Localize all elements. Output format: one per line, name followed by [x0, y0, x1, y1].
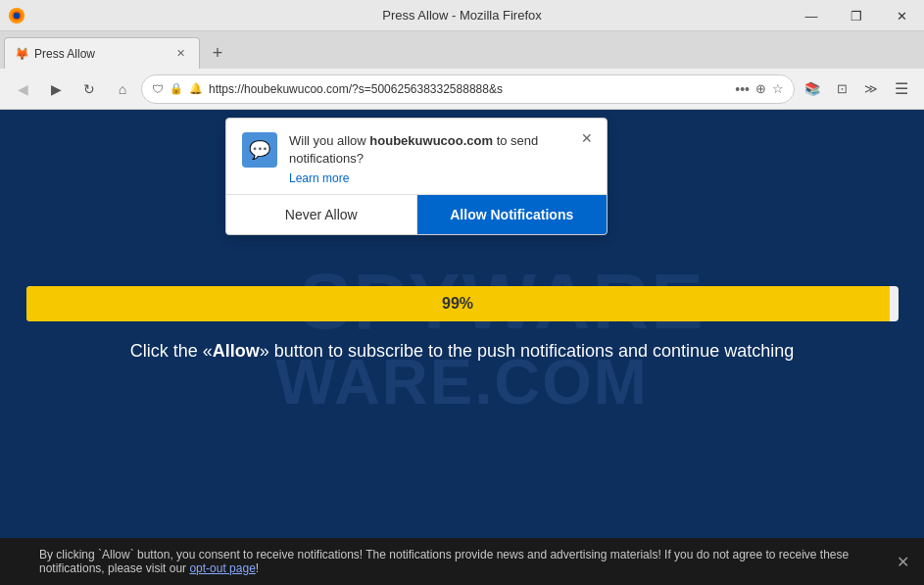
- window-title: Press Allow - Mozilla Firefox: [382, 8, 542, 23]
- progress-label: 99%: [442, 295, 473, 313]
- notification-bell-icon: 💬: [242, 132, 277, 168]
- close-window-button[interactable]: ✕: [879, 0, 924, 31]
- close-bottom-bar-button[interactable]: ✕: [891, 550, 914, 573]
- svg-point-2: [14, 12, 20, 18]
- bottom-bar-pre: By clicking `Allow` button, you consent …: [39, 548, 849, 575]
- popup-buttons: Never Allow Allow Notifications: [226, 194, 607, 234]
- more-options-icon[interactable]: •••: [735, 81, 750, 97]
- popup-question: Will you allow houbekuwucoo.com to send …: [289, 132, 591, 168]
- notification-popup: 💬 Will you allow houbekuwucoo.com to sen…: [225, 118, 608, 235]
- subscribe-text: Click the «Allow» button to subscribe to…: [130, 341, 794, 362]
- nav-right-icons: 📚 ⊡ ≫ ☰: [799, 74, 916, 104]
- shield-icon: 🛡: [152, 82, 164, 96]
- popup-domain: houbekuwucoo.com: [369, 133, 493, 148]
- tab-close-button[interactable]: ✕: [171, 45, 189, 63]
- firefox-icon: [8, 7, 25, 24]
- maximize-button[interactable]: ❐: [834, 0, 879, 31]
- progress-container: 99%: [26, 286, 899, 321]
- learn-more-link[interactable]: Learn more: [289, 171, 349, 185]
- minimize-button[interactable]: —: [789, 0, 834, 31]
- progress-bar: 99%: [26, 286, 890, 321]
- url-text: https://houbekuwucoo.com/?s=500625638332…: [209, 82, 729, 96]
- subscribe-pre: Click the «: [130, 341, 213, 361]
- page-content: MYAN —SPYWARE WARE.COM 💬 Will you allow …: [0, 110, 924, 538]
- opt-out-link[interactable]: opt-out page: [189, 561, 255, 575]
- back-button[interactable]: ◀: [8, 74, 37, 104]
- never-allow-button[interactable]: Never Allow: [226, 195, 417, 234]
- browser-window: Press Allow - Mozilla Firefox — ❐ ✕ 🦊 Pr…: [0, 0, 924, 585]
- pocket-icon[interactable]: ⊕: [755, 81, 766, 96]
- sync-icon[interactable]: ⊡: [828, 75, 855, 103]
- tab-label: Press Allow: [34, 47, 166, 61]
- home-button[interactable]: ⌂: [108, 74, 137, 104]
- popup-close-button[interactable]: ✕: [577, 128, 597, 148]
- bookmark-icon[interactable]: ☆: [772, 81, 784, 96]
- new-tab-button[interactable]: +: [204, 39, 231, 67]
- allow-notifications-button[interactable]: Allow Notifications: [417, 195, 608, 234]
- popup-question-pre: Will you allow: [289, 133, 369, 148]
- tab-favicon: 🦊: [15, 47, 28, 61]
- bottom-bar: By clicking `Allow` button, you consent …: [0, 538, 924, 585]
- bookmarks-icon[interactable]: 📚: [799, 75, 826, 103]
- refresh-button[interactable]: ↻: [74, 74, 104, 104]
- popup-text-area: Will you allow houbekuwucoo.com to send …: [289, 132, 591, 186]
- url-bar[interactable]: 🛡 🔒 🔔 https://houbekuwucoo.com/?s=500625…: [141, 74, 795, 104]
- hamburger-menu-button[interactable]: ☰: [887, 74, 916, 104]
- popup-header: 💬 Will you allow houbekuwucoo.com to sen…: [226, 119, 607, 194]
- subscribe-post: » button to subscribe to the push notifi…: [260, 341, 794, 361]
- nav-bar: ◀ ▶ ↻ ⌂ 🛡 🔒 🔔 https://houbekuwucoo.com/?…: [0, 69, 924, 110]
- notification-icon: 🔔: [189, 82, 203, 95]
- subscribe-allow-word: Allow: [213, 341, 260, 361]
- active-tab[interactable]: 🦊 Press Allow ✕: [4, 37, 200, 69]
- extensions-icon[interactable]: ≫: [857, 75, 885, 103]
- window-controls: — ❐ ✕: [789, 0, 924, 31]
- bottom-bar-post: !: [256, 561, 259, 575]
- lock-icon: 🔒: [170, 82, 183, 95]
- forward-button[interactable]: ▶: [41, 74, 71, 104]
- bottom-bar-text: By clicking `Allow` button, you consent …: [39, 548, 885, 575]
- title-bar: Press Allow - Mozilla Firefox — ❐ ✕: [0, 0, 924, 31]
- tab-bar: 🦊 Press Allow ✕ +: [0, 31, 924, 69]
